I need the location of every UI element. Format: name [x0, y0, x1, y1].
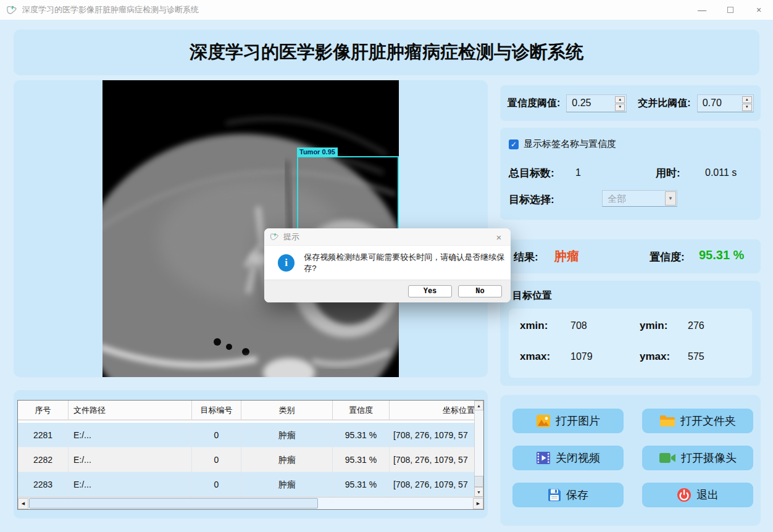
- result-panel: 结果: 肿瘤 置信度: 95.31 %: [500, 239, 761, 273]
- chevron-down-icon: ▼: [665, 191, 676, 206]
- table-cell[interactable]: 95.31 %: [333, 423, 390, 447]
- confirm-dialog: 提示 × i 保存视频检测结果可能需要较长时间，请确认是否继续保存? Yes N…: [264, 228, 511, 302]
- open-camera-button[interactable]: 打开摄像头: [642, 446, 753, 470]
- camera-icon: [659, 452, 676, 464]
- total-targets-value: 1: [575, 167, 581, 178]
- stats-panel: ✓ 显示标签名称与置信度 总目标数: 1 用时: 0.011 s 目标选择: 全…: [500, 128, 761, 220]
- table-cell[interactable]: 95.31 %: [333, 472, 390, 497]
- xmin-label: xmin:: [520, 320, 548, 332]
- vertical-scroll-thumb[interactable]: [474, 476, 483, 487]
- table-cell[interactable]: [708, 276, 1079, 57: [390, 447, 475, 472]
- table-cell[interactable]: [708, 276, 1079, 57: [390, 472, 475, 497]
- spin-down-icon[interactable]: ▼: [742, 104, 752, 111]
- table-header-cell[interactable]: 坐标位置: [390, 401, 475, 420]
- scroll-right-icon[interactable]: ▶: [473, 498, 483, 509]
- close-video-label: 关闭视频: [556, 451, 600, 465]
- show-labels-label: 显示标签名称与置信度: [524, 138, 616, 150]
- dialog-titlebar: 提示 ×: [264, 228, 511, 246]
- table-cell[interactable]: 2281: [18, 423, 69, 447]
- detection-label: Tumor 0.95: [297, 148, 338, 157]
- xmax-label: xmax:: [520, 351, 550, 363]
- conf-threshold-value: 0.25: [567, 98, 591, 109]
- dialog-title: 提示: [283, 231, 299, 243]
- result-value: 肿瘤: [554, 248, 579, 265]
- table-header-cell[interactable]: 目标编号: [192, 401, 241, 420]
- table-cell[interactable]: 肿瘤: [241, 472, 333, 497]
- xmax-value: 1079: [570, 351, 593, 362]
- iou-spin-buttons: ▲ ▼: [742, 96, 752, 111]
- table-header-cell[interactable]: 类别: [241, 401, 333, 420]
- table-header-cell[interactable]: 置信度: [333, 401, 390, 420]
- open-image-button[interactable]: 打开图片: [512, 409, 624, 433]
- scroll-left-icon[interactable]: ◀: [18, 498, 28, 509]
- table-cell[interactable]: 0: [192, 447, 241, 472]
- horizontal-scroll-thumb[interactable]: [29, 498, 318, 509]
- table-cell[interactable]: 肿瘤: [241, 423, 333, 447]
- close-button[interactable]: ×: [745, 0, 773, 20]
- conf-threshold-label: 置信度阈值:: [508, 97, 560, 110]
- no-button[interactable]: No: [458, 285, 502, 297]
- power-icon: [677, 488, 692, 502]
- scroll-down-icon[interactable]: ▼: [474, 487, 483, 497]
- table-cell[interactable]: 2283: [18, 472, 69, 497]
- table-row[interactable]: 2282E:/...0肿瘤95.31 %[708, 276, 1079, 57: [18, 447, 475, 472]
- table-cell[interactable]: 0: [192, 472, 241, 497]
- table-header-cell[interactable]: 序号: [18, 401, 69, 420]
- time-value: 0.011 s: [705, 167, 737, 178]
- table-cell[interactable]: E:/...: [69, 472, 192, 497]
- iou-threshold-spinbox[interactable]: 0.70 ▲ ▼: [697, 94, 754, 112]
- save-label: 保存: [566, 488, 588, 502]
- results-table: 序号文件路径目标编号类别置信度坐标位置 2281E:/...0肿瘤95.31 %…: [17, 400, 484, 510]
- dialog-footer: Yes No: [264, 280, 511, 302]
- minimize-button[interactable]: —: [688, 0, 716, 20]
- liver-app-icon: [6, 4, 17, 15]
- page-title: 深度学习的医学影像肝脏肿瘤病症检测与诊断系统: [14, 30, 759, 75]
- vertical-scrollbar[interactable]: ▲ ▼: [474, 401, 483, 497]
- close-video-button[interactable]: 关闭视频: [512, 446, 624, 470]
- table-header-cell[interactable]: 文件路径: [69, 401, 192, 420]
- table-cell[interactable]: 肿瘤: [241, 447, 333, 472]
- ymax-label: ymax:: [640, 351, 670, 363]
- iou-threshold-value: 0.70: [698, 98, 722, 109]
- table-cell[interactable]: E:/...: [69, 423, 192, 447]
- table-cell[interactable]: 2282: [18, 447, 69, 472]
- yes-button[interactable]: Yes: [408, 285, 452, 297]
- open-folder-button[interactable]: 打开文件夹: [642, 409, 753, 433]
- target-select-dropdown[interactable]: 全部 ▼: [602, 190, 677, 207]
- image-icon: [536, 414, 551, 428]
- ymax-value: 575: [688, 351, 704, 362]
- table-cell[interactable]: 0: [192, 423, 241, 447]
- spin-down-icon[interactable]: ▼: [615, 104, 625, 111]
- dialog-message: 保存视频检测结果可能需要较长时间，请确认是否继续保存?: [304, 252, 511, 274]
- horizontal-scrollbar[interactable]: ◀ ▶: [18, 497, 483, 509]
- ymin-label: ymin:: [640, 320, 667, 332]
- save-button[interactable]: 保存: [512, 483, 624, 507]
- table-cell[interactable]: [708, 276, 1079, 57: [390, 423, 475, 447]
- result-conf-label: 置信度:: [650, 250, 685, 264]
- exit-button[interactable]: 退出: [642, 483, 753, 507]
- results-table-panel: 序号文件路径目标编号类别置信度坐标位置 2281E:/...0肿瘤95.31 %…: [14, 390, 488, 518]
- spin-up-icon[interactable]: ▲: [615, 96, 625, 104]
- save-icon: [548, 488, 561, 502]
- conf-spin-buttons: ▲ ▼: [615, 96, 625, 111]
- dialog-close-icon[interactable]: ×: [493, 232, 504, 243]
- window-title: 深度学习的医学影像肝脏肿瘤病症检测与诊断系统: [22, 4, 199, 15]
- maximize-button[interactable]: [716, 0, 745, 20]
- spin-up-icon[interactable]: ▲: [742, 96, 752, 104]
- table-cell[interactable]: 95.31 %: [333, 447, 390, 472]
- show-labels-checkbox[interactable]: ✓: [509, 139, 519, 149]
- table-cell[interactable]: E:/...: [69, 447, 192, 472]
- total-targets-label: 总目标数:: [509, 166, 554, 180]
- open-image-label: 打开图片: [556, 414, 600, 428]
- app-window: 深度学习的医学影像肝脏肿瘤病症检测与诊断系统 — × 深度学习的医学影像肝脏肿瘤…: [0, 0, 773, 532]
- open-camera-label: 打开摄像头: [681, 451, 737, 465]
- window-titlebar: 深度学习的医学影像肝脏肿瘤病症检测与诊断系统 — ×: [0, 0, 773, 20]
- actions-panel: 打开图片 打开文件夹 关闭视频 打开摄像头: [500, 395, 761, 526]
- conf-threshold-spinbox[interactable]: 0.25 ▲ ▼: [566, 94, 627, 112]
- table-row[interactable]: 2283E:/...0肿瘤95.31 %[708, 276, 1079, 57: [18, 472, 475, 497]
- table-row[interactable]: 2281E:/...0肿瘤95.31 %[708, 276, 1079, 57: [18, 423, 475, 447]
- scroll-up-icon[interactable]: ▲: [474, 401, 483, 410]
- result-label: 结果:: [514, 250, 538, 264]
- threshold-panel: 置信度阈值: 0.25 ▲ ▼ 交并比阈值: 0.70 ▲ ▼: [500, 85, 761, 121]
- time-label: 用时:: [656, 166, 680, 180]
